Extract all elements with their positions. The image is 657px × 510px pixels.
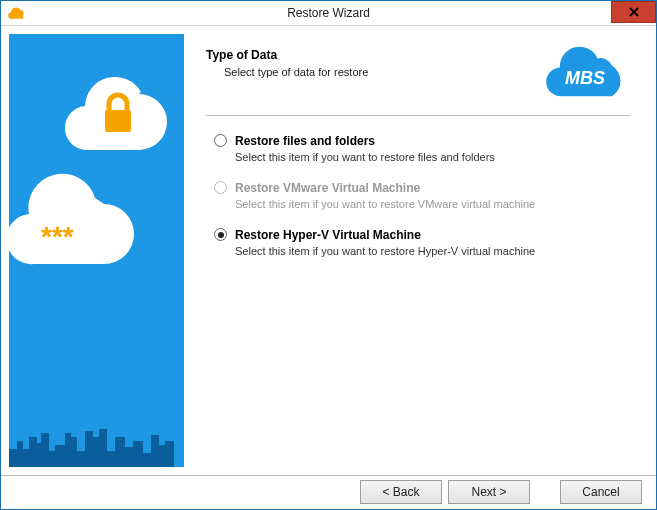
svg-text:MBS: MBS xyxy=(565,67,605,87)
cancel-button[interactable]: Cancel xyxy=(560,480,642,504)
option-restore-vmware: Restore VMware Virtual Machine Select th… xyxy=(214,181,630,210)
option-restore-files: Restore files and folders Select this it… xyxy=(214,134,630,163)
restore-wizard-window: Restore Wizard *** xyxy=(0,0,657,510)
svg-rect-0 xyxy=(105,110,131,132)
wizard-footer: < Back Next > Cancel xyxy=(1,475,656,509)
option-restore-hyperv: Restore Hyper-V Virtual Machine Select t… xyxy=(214,228,630,257)
radio-restore-files[interactable] xyxy=(214,134,227,147)
titlebar: Restore Wizard xyxy=(1,1,656,26)
options-group: Restore files and folders Select this it… xyxy=(206,134,630,275)
radio-restore-hyperv[interactable] xyxy=(214,228,227,241)
radio-restore-vmware xyxy=(214,181,227,194)
option-label: Restore files and folders xyxy=(235,134,375,148)
option-label: Restore Hyper-V Virtual Machine xyxy=(235,228,421,242)
sidebar-illustration: *** xyxy=(9,34,184,467)
wizard-body: *** Type of Data Select type of data for… xyxy=(1,26,656,475)
next-button[interactable]: Next > xyxy=(448,480,530,504)
back-button[interactable]: < Back xyxy=(360,480,442,504)
page-subtitle: Select type of data for restore xyxy=(224,66,540,78)
divider xyxy=(206,115,630,116)
header-text: Type of Data Select type of data for res… xyxy=(206,48,540,78)
brand-logo: MBS xyxy=(540,44,630,101)
skyline-icon xyxy=(9,427,184,467)
cloud-illustration: *** xyxy=(9,34,184,464)
svg-text:***: *** xyxy=(41,221,74,252)
header-row: Type of Data Select type of data for res… xyxy=(206,48,630,101)
option-desc: Select this item if you want to restore … xyxy=(235,245,630,257)
app-icon xyxy=(7,3,27,23)
option-desc: Select this item if you want to restore … xyxy=(235,151,630,163)
close-button[interactable] xyxy=(611,1,656,23)
wizard-main: Type of Data Select type of data for res… xyxy=(184,34,648,467)
option-desc: Select this item if you want to restore … xyxy=(235,198,630,210)
page-title: Type of Data xyxy=(206,48,540,62)
option-label: Restore VMware Virtual Machine xyxy=(235,181,420,195)
window-title: Restore Wizard xyxy=(1,6,656,20)
